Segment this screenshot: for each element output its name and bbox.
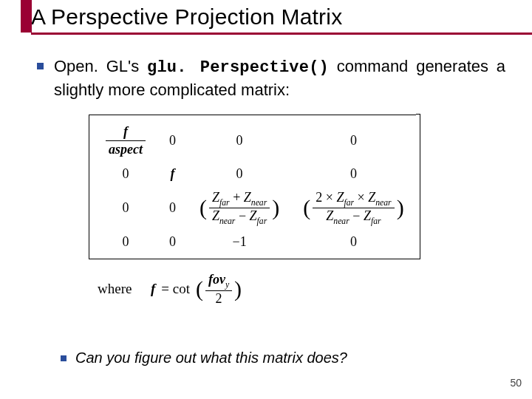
cell-0-1: 0 — [157, 120, 188, 162]
cell-0-0: f aspect — [106, 124, 146, 157]
title-underline — [31, 33, 532, 35]
cell-3-1: 0 — [157, 230, 188, 254]
where-lhs: f — [151, 281, 155, 297]
matrix-grid: f aspect 0 0 0 0 f 0 0 — [94, 120, 416, 255]
where-label: where — [98, 281, 132, 297]
matrix: f aspect 0 0 0 0 f 0 0 — [89, 114, 505, 259]
sub-bullet: Can you figure out what this matrix does… — [61, 349, 347, 366]
where-line: where f = cot ( fovy 2 ) — [98, 273, 505, 304]
cell-2-0: 0 — [94, 186, 157, 231]
bullet-icon — [61, 355, 66, 361]
slide-title: A Perspective Projection Matrix — [31, 4, 532, 30]
accent-bar — [21, 0, 32, 33]
cell-2-1: 0 — [157, 186, 188, 231]
bracket-right-icon — [416, 114, 420, 259]
frac-num: f — [123, 124, 128, 139]
cell-3-2: −1 — [188, 230, 291, 254]
sub-bullet-text: Can you figure out what this matrix does… — [75, 349, 347, 366]
bullet-main: Open. GL's glu. Perspective() command ge… — [37, 55, 505, 100]
cell-1-2: 0 — [188, 162, 291, 186]
bracket-left-icon: f aspect 0 0 0 0 f 0 0 — [89, 115, 416, 260]
bullet-pre: Open. GL's — [54, 57, 147, 75]
cell-1-0: 0 — [94, 162, 157, 186]
page-number: 50 — [510, 377, 522, 389]
cell-0-2: 0 — [188, 120, 291, 162]
cell-2-2: ( Zfar + Znear Znear − Zfar ) — [188, 186, 291, 231]
where-arg: ( fovy 2 ) — [196, 273, 242, 304]
bullet-func: glu. Perspective() — [147, 58, 329, 77]
bullet-icon — [37, 63, 44, 69]
cell-2-3: ( 2 × Zfar × Znear Znear − Zfar ) — [291, 186, 415, 231]
where-eq: = cot — [161, 281, 190, 297]
cell-3-3: 0 — [291, 230, 415, 254]
cell-0-3: 0 — [291, 120, 415, 162]
bullet-text: Open. GL's glu. Perspective() command ge… — [54, 55, 505, 100]
cell-1-3: 0 — [291, 162, 415, 186]
frac-den: aspect — [109, 142, 143, 157]
cell-3-0: 0 — [94, 230, 157, 254]
cell-1-1: f — [157, 162, 188, 186]
